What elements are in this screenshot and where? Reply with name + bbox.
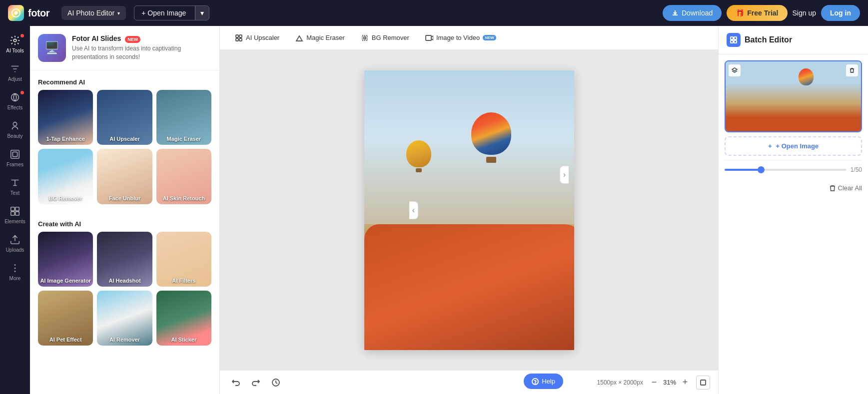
ai-tools-dot	[20, 34, 24, 37]
undo-button[interactable]	[228, 375, 244, 391]
toolbar-bg-remover[interactable]: BG Remover	[354, 31, 416, 45]
batch-slider-row: 1/50	[725, 160, 862, 179]
svg-rect-17	[239, 38, 242, 41]
canvas-area: 1500px × 2000px − 31% +	[220, 50, 718, 394]
image-to-video-label: Image to Video	[436, 34, 480, 41]
create-ai-header: Create with AI	[30, 212, 219, 232]
ai-upscaler-icon	[235, 34, 243, 42]
left-panel-collapse-arrow[interactable]: ‹	[409, 201, 418, 219]
toolbar-bar: AI Upscaler Magic Eraser BG Remover	[220, 26, 718, 50]
ai-card-headshot-label: AI Headshot	[97, 278, 152, 284]
left-panel: 🖥️ Fotor AI Slides NEW Use AI to transfo…	[30, 26, 220, 394]
elements-icon	[9, 206, 20, 217]
ai-card-faceunblur[interactable]: Face Unblur	[97, 149, 152, 204]
signup-button[interactable]: Sign up	[793, 9, 816, 17]
sidebar-item-adjust[interactable]: Adjust	[0, 58, 30, 87]
recommend-ai-grid: 1-Tap Enhance AI Upscaler Magic Eraser B…	[30, 90, 219, 212]
logo-area: fotor	[8, 5, 49, 21]
beauty-label: Beauty	[7, 133, 22, 139]
magic-eraser-label: Magic Eraser	[306, 34, 345, 41]
ai-card-headshot[interactable]: AI Headshot	[97, 232, 152, 287]
aspect-button[interactable]	[696, 376, 710, 390]
zoom-level: 31%	[663, 379, 676, 386]
svg-point-3	[13, 122, 16, 126]
ai-card-filters[interactable]: AI Filters	[156, 232, 211, 287]
scene-car	[364, 224, 574, 350]
promo-title: Fotor AI Slides NEW	[72, 34, 211, 42]
ai-card-eraser[interactable]: Magic Eraser	[156, 90, 211, 145]
fotor-logo-text: fotor	[28, 7, 49, 19]
ai-card-bgremover[interactable]: BG Remover	[38, 149, 93, 204]
ai-card-skinretouch[interactable]: AI Skin Retouch	[156, 149, 211, 204]
batch-editor-title: Batch Editor	[745, 35, 792, 44]
login-label: Log in	[830, 9, 851, 17]
login-button[interactable]: Log in	[821, 5, 860, 21]
ai-card-icecream[interactable]: AI Sticker	[156, 291, 211, 346]
right-panel-collapse-arrow[interactable]: ›	[560, 166, 569, 184]
add-image-row[interactable]: + + Open Image	[725, 136, 862, 156]
batch-editor-icon	[727, 33, 741, 47]
ai-card-dog[interactable]: AI Pet Effect	[38, 291, 93, 346]
app-name-label: AI Photo Editor	[67, 9, 114, 17]
open-image-dropdown[interactable]: ▾	[195, 6, 209, 20]
image-to-video-new-badge: NEW	[483, 35, 496, 40]
redo-button[interactable]	[248, 375, 264, 391]
svg-rect-16	[236, 38, 238, 41]
open-image-main[interactable]: + Open Image	[134, 6, 193, 20]
svg-point-12	[14, 268, 16, 269]
promo-banner[interactable]: 🖥️ Fotor AI Slides NEW Use AI to transfo…	[30, 26, 219, 70]
uploads-icon	[9, 234, 20, 245]
svg-rect-20	[701, 380, 706, 385]
app-name-button[interactable]: AI Photo Editor ▾	[61, 6, 126, 20]
download-button[interactable]: Download	[663, 5, 722, 21]
svg-rect-7	[15, 207, 19, 211]
effects-dot	[20, 91, 24, 94]
sidebar-item-ai-tools[interactable]: AI Tools	[0, 30, 30, 58]
batch-slider[interactable]	[725, 169, 847, 171]
help-button[interactable]: Help	[524, 374, 563, 389]
scene-sky	[364, 70, 574, 238]
clear-all-row[interactable]: Clear All	[725, 179, 862, 197]
canvas-content	[220, 50, 718, 370]
toolbar-ai-upscaler[interactable]: AI Upscaler	[228, 31, 286, 45]
ai-card-skinretouch-label: AI Skin Retouch	[156, 195, 211, 201]
ai-card-mountain[interactable]: AI Remover	[97, 291, 152, 346]
sidebar-item-elements[interactable]: Elements	[0, 201, 30, 229]
effects-icon	[9, 92, 20, 103]
ai-tools-icon	[9, 35, 20, 46]
ai-card-upscaler[interactable]: AI Upscaler	[97, 90, 152, 145]
batch-image-thumb	[726, 61, 861, 131]
text-label: Text	[10, 190, 19, 196]
clear-all-label: Clear All	[838, 184, 862, 192]
zoom-in-button[interactable]: +	[678, 376, 692, 390]
toolbar-magic-eraser[interactable]: Magic Eraser	[288, 31, 352, 45]
undo-icon	[231, 378, 240, 387]
svg-rect-8	[11, 212, 14, 215]
history-button[interactable]	[268, 375, 284, 391]
open-image-button[interactable]: + Open Image ▾	[134, 5, 209, 20]
free-trial-button[interactable]: 🎁 Free Trial	[727, 5, 787, 21]
batch-editor-header: Batch Editor	[719, 26, 868, 54]
batch-count: 1/50	[851, 166, 862, 173]
ai-card-mountain-label: AI Remover	[97, 337, 152, 343]
signup-label: Sign up	[793, 9, 816, 17]
elements-label: Elements	[4, 219, 25, 224]
sidebar-item-effects[interactable]: Effects	[0, 87, 30, 115]
sidebar-item-beauty[interactable]: Beauty	[0, 115, 30, 144]
svg-point-1	[13, 39, 16, 42]
sidebar-item-uploads[interactable]: Uploads	[0, 229, 30, 258]
ai-card-imagegen[interactable]: AI Image Generator	[38, 232, 93, 287]
sidebar-item-text[interactable]: Text	[0, 172, 30, 201]
main-layout: AI Tools Adjust Effects Beauty	[0, 26, 868, 394]
free-trial-label: Free Trial	[747, 9, 778, 17]
batch-layers-button[interactable]	[729, 64, 741, 76]
zoom-out-button[interactable]: −	[647, 376, 661, 390]
sidebar-item-more[interactable]: More	[0, 258, 30, 286]
chevron-down-icon: ▾	[117, 10, 120, 16]
topbar-right: Download 🎁 Free Trial Sign up Log in	[663, 5, 860, 21]
batch-delete-button[interactable]	[846, 64, 858, 76]
ai-card-1tap[interactable]: 1-Tap Enhance	[38, 90, 93, 145]
sidebar-item-frames[interactable]: Frames	[0, 144, 30, 172]
toolbar-image-to-video[interactable]: Image to Video NEW	[418, 31, 503, 45]
left-icon-bar: AI Tools Adjust Effects Beauty	[0, 26, 30, 394]
